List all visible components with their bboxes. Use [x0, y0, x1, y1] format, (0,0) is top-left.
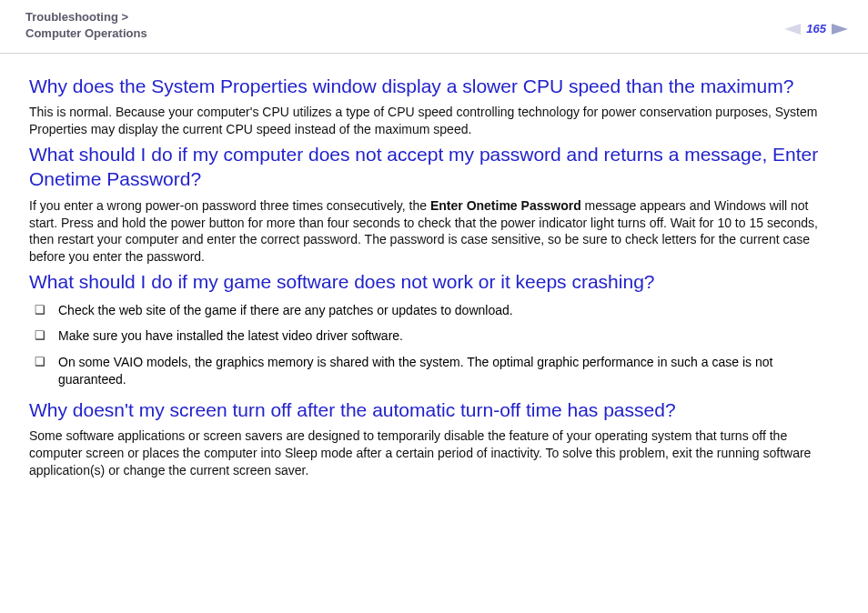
faq-heading-game-crash: What should I do if my game software doe…: [29, 269, 839, 294]
faq-body-onetime-password: If you enter a wrong power-on password t…: [29, 197, 839, 266]
header-rule: [0, 53, 868, 54]
list-item: Check the web site of the game if there …: [35, 302, 839, 328]
breadcrumb: Troubleshooting > Computer Operations: [25, 9, 843, 41]
content-area: Why does the System Properties window di…: [0, 74, 868, 479]
faq-body-cpu-speed: This is normal. Because your computer's …: [29, 104, 839, 138]
page-header: Troubleshooting > Computer Operations 16…: [0, 0, 868, 53]
faq-body-bold: Enter Onetime Password: [430, 198, 581, 213]
faq-heading-cpu-speed: Why does the System Properties window di…: [29, 74, 839, 98]
faq-heading-onetime-password: What should I do if my computer does not…: [29, 142, 839, 192]
faq-heading-screen-off: Why doesn't my screen turn off after the…: [29, 397, 839, 422]
faq-bullets-game-crash: Check the web site of the game if there …: [29, 302, 839, 398]
faq-body-screen-off: Some software applications or screen sav…: [29, 427, 839, 479]
list-item: Make sure you have installed the latest …: [35, 327, 839, 354]
page-number-nav: 165: [784, 22, 848, 35]
document-page: Troubleshooting > Computer Operations 16…: [0, 0, 868, 613]
next-page-icon[interactable]: [832, 24, 848, 35]
breadcrumb-line2: Computer Operations: [25, 26, 147, 40]
page-number: 165: [806, 22, 826, 35]
prev-page-icon[interactable]: [784, 24, 801, 35]
list-item: On some VAIO models, the graphics memory…: [35, 354, 839, 397]
breadcrumb-line1: Troubleshooting >: [25, 10, 128, 24]
faq-body-pre: If you enter a wrong power-on password t…: [29, 198, 430, 213]
